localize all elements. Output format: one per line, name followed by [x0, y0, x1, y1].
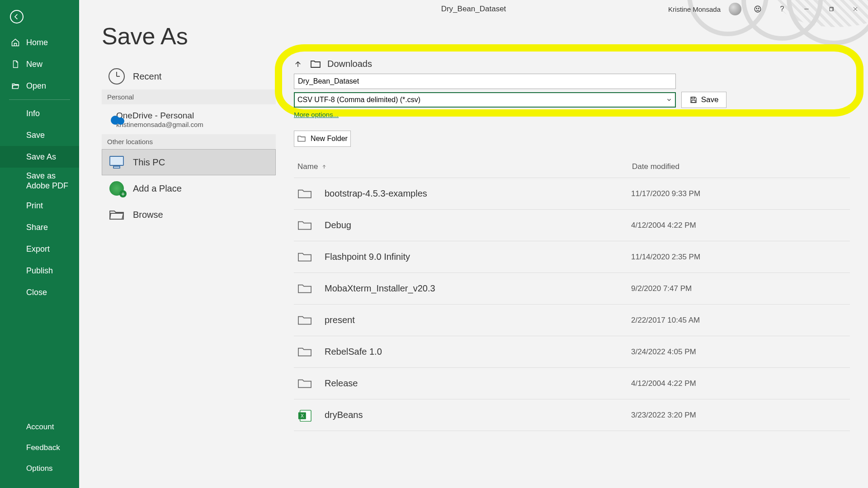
more-options-link[interactable]: More options... — [294, 111, 339, 118]
window-close-icon[interactable] — [847, 2, 863, 16]
new-folder-button[interactable]: New Folder — [294, 131, 351, 147]
sidebar-item-label: Account — [26, 422, 54, 432]
filename-input[interactable] — [294, 74, 676, 89]
file-name: present — [325, 315, 631, 325]
sidebar-item-label: Options — [26, 464, 53, 473]
sidebar-item-label: Share — [26, 223, 48, 232]
file-row-folder[interactable]: present2/22/2017 10:45 AM — [294, 304, 850, 336]
file-row-folder[interactable]: MobaXterm_Installer_v20.39/2/2020 7:47 P… — [294, 272, 850, 304]
back-button[interactable] — [10, 10, 24, 23]
folder-icon — [297, 283, 312, 295]
location-onedrive[interactable]: OneDrive - Personal kristinemonsada@gmai… — [102, 104, 276, 134]
sidebar-separator — [9, 99, 70, 100]
folder-icon — [297, 378, 312, 389]
file-row-folder[interactable]: Debug4/12/2004 4:22 PM — [294, 209, 850, 241]
save-disk-icon — [689, 96, 698, 104]
sidebar-item-print[interactable]: Print — [0, 195, 79, 216]
column-header-date[interactable]: Date modified — [632, 162, 846, 171]
section-header-other: Other locations — [102, 134, 276, 149]
folder-icon — [297, 346, 312, 358]
sidebar-item-label: Home — [26, 38, 48, 47]
title-bar: Dry_Bean_Dataset Kristine Monsada ? — [79, 0, 868, 18]
onedrive-title: OneDrive - Personal — [116, 111, 203, 121]
sidebar-item-label: Save — [26, 131, 45, 140]
svg-point-0 — [755, 6, 761, 12]
save-button[interactable]: Save — [681, 92, 726, 108]
sidebar-item-export[interactable]: Export — [0, 238, 79, 260]
file-row-excel[interactable]: XdryBeans3/23/2022 3:20 PM — [294, 399, 850, 431]
file-row-folder[interactable]: Release4/12/2004 4:22 PM — [294, 367, 850, 399]
file-list-header: Name Date modified — [294, 156, 850, 178]
page-title: Save As — [102, 23, 188, 50]
filetype-value: CSV UTF-8 (Comma delimited) (*.csv) — [297, 96, 420, 104]
sidebar-item-close[interactable]: Close — [0, 282, 79, 303]
path-breadcrumb: Downloads — [294, 59, 850, 69]
svg-rect-9 — [692, 97, 694, 99]
new-folder-icon — [297, 135, 306, 142]
location-label: Recent — [133, 71, 161, 82]
folder-icon — [297, 314, 312, 326]
sidebar-item-info[interactable]: Info — [0, 103, 79, 124]
file-date: 11/17/2020 9:33 PM — [631, 189, 700, 198]
current-folder-name[interactable]: Downloads — [327, 59, 372, 69]
file-row-folder[interactable]: bootstrap-4.5.3-examples11/17/2020 9:33 … — [294, 178, 850, 209]
document-title: Dry_Bean_Dataset — [441, 5, 506, 14]
sort-ascending-icon — [321, 163, 327, 170]
avatar[interactable] — [729, 3, 741, 15]
sidebar-item-account[interactable]: Account — [0, 417, 79, 437]
sidebar-item-publish[interactable]: Publish — [0, 260, 79, 282]
sidebar-item-saveas[interactable]: Save As — [0, 146, 79, 168]
svg-point-2 — [759, 8, 760, 9]
file-date: 2/22/2017 10:45 AM — [631, 316, 700, 325]
file-name: bootstrap-4.5.3-examples — [325, 188, 631, 199]
folder-open-icon — [11, 82, 20, 90]
save-locations-panel: Recent Personal OneDrive - Personal kris… — [102, 63, 276, 228]
sidebar-item-label: Publish — [26, 266, 53, 276]
location-browse[interactable]: Browse — [102, 202, 276, 228]
filetype-dropdown[interactable]: CSV UTF-8 (Comma delimited) (*.csv) — [294, 92, 676, 108]
clock-icon — [108, 68, 125, 84]
file-name: MobaXterm_Installer_v20.3 — [325, 283, 631, 294]
section-header-personal: Personal — [102, 89, 276, 104]
file-name: Release — [325, 378, 631, 389]
svg-rect-4 — [830, 8, 833, 11]
help-icon[interactable]: ? — [774, 2, 790, 16]
up-one-level-button[interactable] — [294, 59, 304, 69]
file-date: 3/23/2022 3:20 PM — [631, 411, 696, 420]
file-row-folder[interactable]: RebelSafe 1.03/24/2022 4:05 PM — [294, 336, 850, 367]
sidebar-item-share[interactable]: Share — [0, 216, 79, 238]
sidebar-item-adobe-pdf[interactable]: Save as Adobe PDF — [0, 168, 79, 195]
file-icon — [11, 60, 20, 69]
file-list: Name Date modified bootstrap-4.5.3-examp… — [294, 156, 850, 431]
folder-icon — [108, 206, 125, 223]
svg-rect-10 — [692, 100, 695, 103]
column-header-label: Date modified — [632, 162, 679, 171]
file-name: RebelSafe 1.0 — [325, 347, 631, 357]
column-header-name[interactable]: Name — [297, 162, 632, 171]
sidebar-item-label: Export — [26, 244, 50, 254]
sidebar-item-label: Feedback — [26, 443, 60, 452]
svg-rect-7 — [110, 156, 123, 165]
sidebar-item-label: Save as Adobe PDF — [26, 171, 79, 191]
location-add-place[interactable]: Add a Place — [102, 175, 276, 202]
sidebar-item-new[interactable]: New — [0, 53, 79, 75]
sidebar-item-save[interactable]: Save — [0, 124, 79, 146]
window-minimize-icon[interactable] — [798, 2, 815, 16]
file-date: 4/12/2004 4:22 PM — [631, 221, 696, 230]
excel-file-icon: X — [297, 409, 312, 421]
column-header-label: Name — [297, 162, 318, 171]
location-this-pc[interactable]: This PC — [102, 149, 276, 175]
window-restore-icon[interactable] — [823, 2, 839, 16]
add-place-icon — [108, 180, 125, 197]
sidebar-item-open[interactable]: Open — [0, 75, 79, 97]
emoji-feedback-icon[interactable] — [750, 2, 766, 16]
file-row-folder[interactable]: Flashpoint 9.0 Infinity11/14/2020 2:35 P… — [294, 241, 850, 272]
location-label: This PC — [133, 157, 165, 168]
file-date: 9/2/2020 7:47 PM — [631, 284, 692, 293]
svg-text:X: X — [301, 413, 304, 418]
location-recent[interactable]: Recent — [102, 63, 276, 89]
file-date: 11/14/2020 2:35 PM — [631, 253, 700, 262]
sidebar-item-feedback[interactable]: Feedback — [0, 437, 79, 458]
sidebar-item-options[interactable]: Options — [0, 458, 79, 479]
sidebar-item-home[interactable]: Home — [0, 32, 79, 53]
